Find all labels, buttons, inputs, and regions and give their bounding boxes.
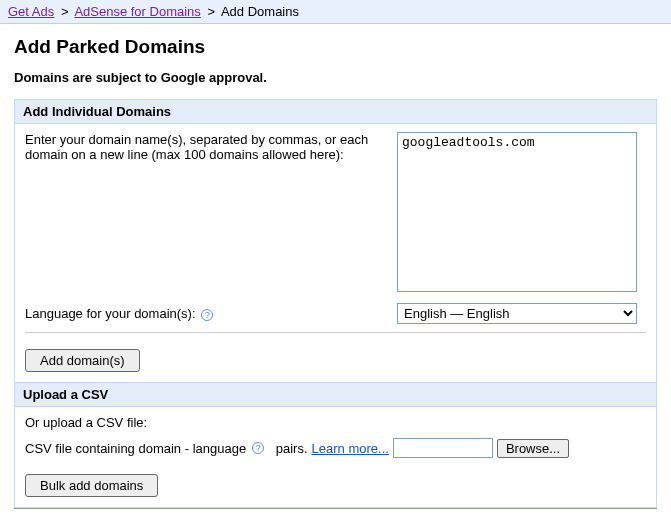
csv-or-upload: Or upload a CSV file: [25, 415, 646, 430]
help-icon[interactable]: ? [201, 309, 213, 321]
add-individual-panel: Add Individual Domains Enter your domain… [14, 99, 657, 508]
domains-textarea[interactable]: googleadtools.com [397, 132, 637, 292]
bottom-divider [14, 508, 657, 509]
csv-file-input[interactable] [393, 438, 493, 458]
breadcrumb-sep: > [61, 4, 69, 19]
breadcrumb-link-get-ads[interactable]: Get Ads [8, 4, 54, 19]
bulk-add-button[interactable]: Bulk add domains [25, 474, 158, 497]
domain-instruction: Enter your domain name(s), separated by … [25, 132, 385, 162]
csv-label-suffix: pairs. [276, 441, 308, 456]
csv-label-prefix: CSV file containing domain - language [25, 441, 246, 456]
approval-note: Domains are subject to Google approval. [14, 70, 657, 85]
add-individual-header: Add Individual Domains [15, 100, 656, 124]
browse-button[interactable]: Browse... [497, 439, 569, 458]
page-title: Add Parked Domains [14, 36, 657, 58]
breadcrumb: Get Ads > AdSense for Domains > Add Doma… [0, 0, 671, 24]
help-icon[interactable]: ? [252, 442, 264, 454]
breadcrumb-sep: > [207, 4, 215, 19]
language-select[interactable]: English — English [397, 303, 637, 324]
upload-csv-header: Upload a CSV [15, 382, 656, 407]
breadcrumb-link-adsense-domains[interactable]: AdSense for Domains [74, 4, 200, 19]
learn-more-link[interactable]: Learn more... [312, 441, 389, 456]
language-label: Language for your domain(s): [25, 306, 196, 321]
add-domains-button[interactable]: Add domain(s) [25, 349, 140, 372]
breadcrumb-current: Add Domains [221, 4, 299, 19]
